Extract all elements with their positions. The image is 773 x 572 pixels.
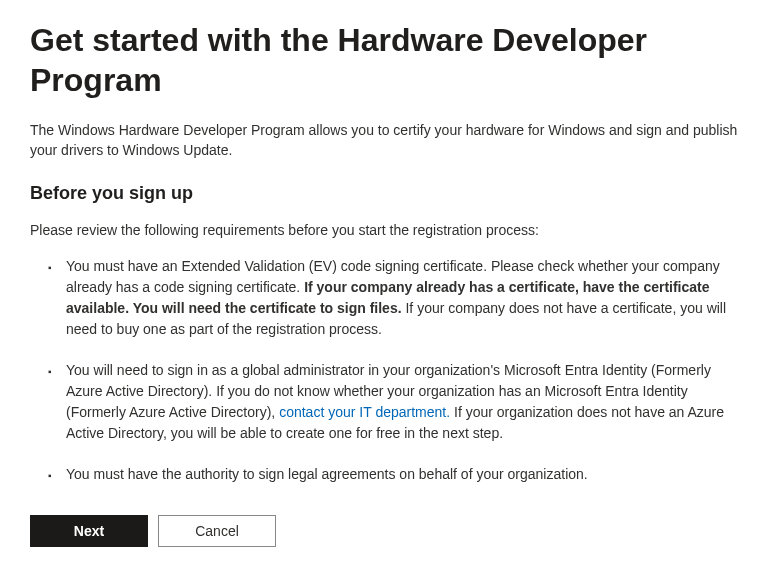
requirement-global-admin: You will need to sign in as a global adm… [66, 360, 743, 444]
page-title: Get started with the Hardware Developer … [30, 20, 743, 100]
before-signup-heading: Before you sign up [30, 183, 743, 204]
requirement-legal-authority: You must have the authority to sign lega… [66, 464, 743, 485]
button-row: Next Cancel [30, 515, 743, 547]
contact-it-link[interactable]: contact your IT department. [279, 404, 450, 420]
requirement-ev-certificate: You must have an Extended Validation (EV… [66, 256, 743, 340]
next-button[interactable]: Next [30, 515, 148, 547]
cancel-button[interactable]: Cancel [158, 515, 276, 547]
review-instructions: Please review the following requirements… [30, 220, 743, 240]
requirements-list: You must have an Extended Validation (EV… [30, 256, 743, 485]
intro-paragraph: The Windows Hardware Developer Program a… [30, 120, 743, 161]
